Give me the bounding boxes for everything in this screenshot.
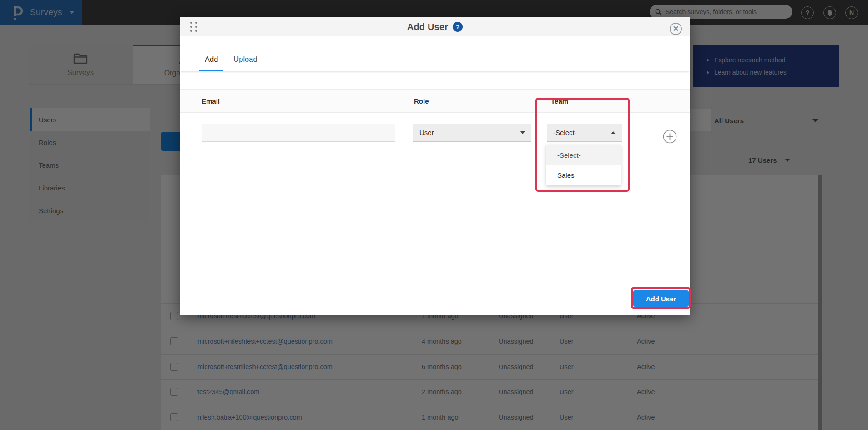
team-select[interactable]: -Select- — [547, 124, 622, 142]
tab-upload[interactable]: Upload — [228, 55, 262, 71]
tab-add[interactable]: Add — [199, 55, 223, 71]
modal-header: Add User ? — [180, 17, 690, 36]
modal-tabbar: Add Upload — [180, 36, 690, 71]
drag-handle-icon[interactable] — [190, 22, 198, 32]
role-select[interactable]: User — [413, 124, 531, 142]
column-header-email: Email — [202, 97, 220, 105]
email-field[interactable] — [202, 124, 395, 142]
add-user-modal: Add User ? ✕ Add Upload Email Role Team … — [180, 17, 690, 315]
modal-title: Add User — [407, 22, 449, 32]
form-column-headers: Email Role Team — [180, 89, 690, 113]
column-header-team: Team — [551, 97, 568, 105]
app-root: Surveys ? N Surveys Organization Explore… — [0, 0, 868, 430]
team-dropdown-option[interactable]: -Select- — [546, 145, 621, 165]
close-icon[interactable]: ✕ — [670, 23, 682, 35]
role-select-value: User — [419, 129, 434, 136]
chevron-up-icon — [611, 131, 616, 134]
chevron-down-icon — [520, 131, 525, 134]
team-dropdown-menu: -Select- Sales — [546, 145, 621, 185]
add-row-plus-icon[interactable] — [663, 130, 677, 144]
add-user-button[interactable]: Add User — [633, 290, 689, 307]
team-dropdown-option[interactable]: Sales — [546, 165, 621, 185]
modal-help-icon[interactable]: ? — [453, 22, 463, 32]
team-select-value: -Select- — [553, 129, 577, 136]
column-header-role: Role — [414, 97, 429, 105]
